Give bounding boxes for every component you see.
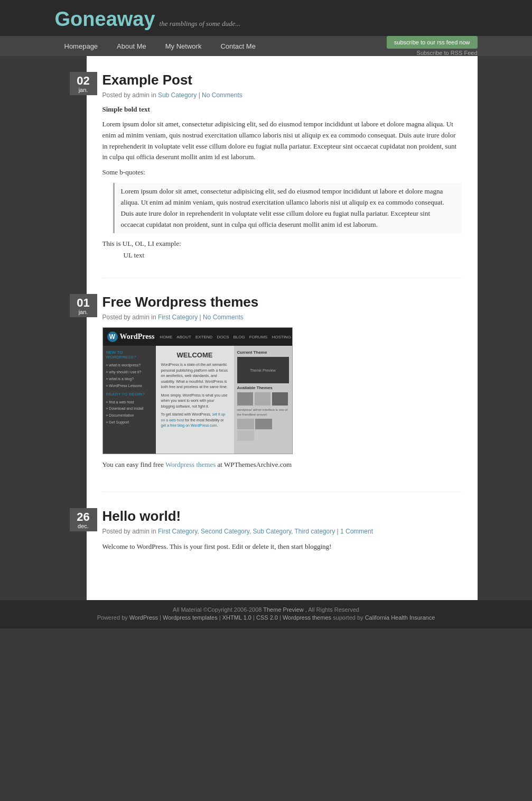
post-1-title: Example Post: [102, 72, 462, 88]
rss-feed-link[interactable]: Subscribe to RSS Feed: [417, 50, 478, 56]
post-2-title: Free Wordpress themes: [102, 294, 462, 310]
footer-supported: suported by: [333, 614, 363, 621]
post-3-cat2[interactable]: Second Category: [201, 528, 249, 535]
post-3-cat1[interactable]: First Category: [158, 528, 197, 535]
footer-rights: , All Rights Reserved: [305, 606, 359, 613]
nav-homepage[interactable]: Homepage: [55, 37, 108, 56]
post-3-title: Hello world!: [102, 508, 462, 524]
footer-theme-link[interactable]: Theme Preview: [263, 606, 303, 613]
footer-wp-link[interactable]: WordPress: [129, 614, 158, 621]
footer-credits-line: Powered by WordPress | Wordpress templat…: [0, 614, 532, 621]
nav-about[interactable]: About Me: [107, 37, 156, 56]
date-badge-2: 01 jan.: [70, 294, 97, 317]
post-3-comments-link[interactable]: 1 Comment: [340, 528, 373, 535]
site-footer: All Material ©Copyright 2006-2008 Theme …: [0, 600, 532, 629]
date-badge-3: 26 dec.: [70, 508, 97, 531]
post-2-body-post: at WPThemesArchive.com: [218, 461, 292, 468]
post-2-body-pre: You can easy find free: [102, 461, 164, 468]
post-1-meta: Posted by admin in Sub Category | No Com…: [102, 91, 462, 99]
post-3-meta-pre: Posted by admin in: [102, 528, 156, 535]
nav-links: Homepage About Me My Network Contact Me: [55, 37, 265, 56]
post-1-meta-pre: Posted by admin in: [102, 91, 156, 99]
logo-gone: Gone: [55, 8, 106, 30]
footer-copyright: All Material ©Copyright 2006-2008: [173, 606, 262, 613]
ul-list: UL text: [124, 251, 462, 260]
footer-templates-link[interactable]: Wordpress templates: [163, 614, 218, 621]
main-nav: Homepage About Me My Network Contact Me …: [0, 36, 532, 56]
post-1-comments-link[interactable]: No Comments: [202, 91, 242, 99]
post-1-para: Lorem ipsum dolor sit amet, consectetur …: [102, 119, 462, 163]
post-3-cat3[interactable]: Sub Category: [253, 528, 292, 535]
post-1-list-section: This is UL, OL, LI example: UL text: [102, 240, 462, 260]
footer-themes-link[interactable]: Wordpress themes: [283, 614, 331, 621]
blockquote: Lorem ipsum dolor sit amet, consectetur …: [113, 183, 462, 233]
post-2: 01 jan. Free Wordpress themes Posted by …: [102, 294, 462, 492]
ul-item: UL text: [124, 251, 462, 260]
list-label: This is UL, OL, LI example:: [102, 240, 462, 248]
post-3-meta: Posted by admin in First Category, Secon…: [102, 528, 462, 535]
site-header: Goneaway the ramblings of some dude...: [0, 0, 532, 36]
post-1: 02 jan. Example Post Posted by admin in …: [102, 72, 462, 278]
rss-area: subscribe to our rss feed now Subscribe …: [387, 36, 478, 56]
post-1-bold: Simple bold text: [102, 105, 462, 114]
post-2-wp-themes-link[interactable]: Wordpress themes: [165, 461, 216, 468]
nav-network[interactable]: My Network: [156, 37, 211, 56]
post-1-bquote-section: Some b-quotes: Lorem ipsum dolor sit ame…: [102, 168, 462, 233]
post-2-comments-link[interactable]: No Comments: [203, 314, 244, 321]
date-badge-1: 02 jan.: [70, 72, 97, 95]
nav-contact[interactable]: Contact Me: [211, 37, 265, 56]
post-2-body: You can easy find free Wordpress themes …: [102, 459, 462, 471]
main-wrapper: 02 jan. Example Post Posted by admin in …: [55, 56, 478, 600]
rss-subscribe-button[interactable]: subscribe to our rss feed now: [387, 36, 478, 49]
post-2-para: You can easy find free Wordpress themes …: [102, 459, 462, 471]
footer-health-link[interactable]: California Health Insurance: [365, 614, 435, 621]
footer-powered-pre: Powered by: [97, 614, 128, 621]
footer-copyright-line: All Material ©Copyright 2006-2008 Theme …: [0, 606, 532, 613]
post-2-meta: Posted by admin in First Category | No C…: [102, 314, 462, 321]
footer-xhtml-link[interactable]: XHTML 1.0: [222, 614, 251, 621]
post-1-category-link[interactable]: Sub Category: [158, 91, 197, 99]
post-2-category-link[interactable]: First Category: [158, 314, 198, 321]
site-logo: Goneaway the ramblings of some dude...: [55, 8, 241, 31]
post-3-para: Welcome to WordPress. This is your first…: [102, 541, 462, 553]
logo-text: Goneaway: [55, 8, 155, 31]
post-3-body: Welcome to WordPress. This is your first…: [102, 541, 462, 553]
wordpress-screenshot: W WordPress HOME ABOUT EXTEND DOCS BLOG …: [102, 327, 462, 454]
post-2-meta-pre: Posted by admin in: [102, 314, 156, 321]
bquote-label: Some b-quotes:: [102, 168, 462, 177]
post-1-body: Lorem ipsum dolor sit amet, consectetur …: [102, 119, 462, 163]
post-3-cat4[interactable]: Third category: [295, 528, 335, 535]
logo-away: away: [106, 8, 155, 30]
content-area: 02 jan. Example Post Posted by admin in …: [87, 56, 478, 600]
footer-css-link[interactable]: CSS 2.0: [256, 614, 278, 621]
post-3: 26 dec. Hello world! Posted by admin in …: [102, 508, 462, 574]
site-tagline: the ramblings of some dude...: [160, 20, 240, 28]
